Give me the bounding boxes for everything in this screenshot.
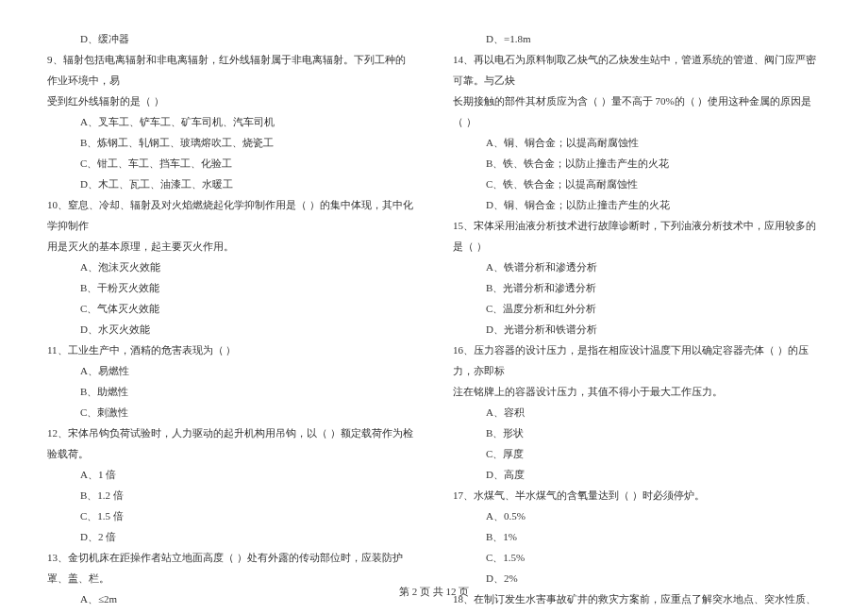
right-column: D、=1.8m14、再以电石为原料制取乙炔气的乙炔发生站中，管道系统的管道、阀门… [453,28,821,575]
answer-option: C、温度分析和红外分析 [453,298,821,319]
answer-option: D、木工、瓦工、油漆工、水暖工 [47,174,415,194]
answer-option: B、炼钢工、轧钢工、玻璃熔吹工、烧瓷工 [47,132,415,153]
answer-option: C、1.5% [453,547,821,568]
answer-option: B、<2m [47,609,415,613]
answer-option: D、光谱分析和铁谱分析 [453,319,821,340]
question-text: 12、宋体吊钩负荷试验时，人力驱动的起升机构用吊钩，以（ ）额定载荷作为检验载荷… [47,422,415,464]
answer-option: D、2 倍 [47,526,415,547]
answer-option: B、1.2 倍 [47,485,415,505]
answer-option: A、容积 [453,402,821,422]
question-continuation: 受到红外线辐射的是（ ） [47,91,415,111]
question-continuation: 长期接触的部件其材质应为含（ ）量不高于 70%的（ ）使用这种金属的原因是（ … [453,91,821,132]
answer-option: B、干粉灭火效能 [47,277,415,298]
answer-option: D、缓冲器 [47,28,415,49]
answer-option: A、0.5% [453,505,821,526]
answer-option: A、铁谱分析和渗透分析 [453,257,821,277]
answer-option: C、气体灭火效能 [47,298,415,319]
answer-option: A、叉车工、铲车工、矿车司机、汽车司机 [47,111,415,132]
answer-option: A、泡沫灭火效能 [47,257,415,277]
answer-option: C、厚度 [453,443,821,464]
answer-option: B、形状 [453,422,821,443]
answer-option: A、铜、铜合金；以提高耐腐蚀性 [453,132,821,153]
answer-option: B、1% [453,526,821,547]
answer-option: B、铁、铁合金；以防止撞击产生的火花 [453,153,821,174]
question-continuation: 用是灭火的基本原理，起主要灭火作用。 [47,236,415,257]
answer-option: B、光谱分析和渗透分析 [453,277,821,298]
left-column: D、缓冲器9、辐射包括电离辐射和非电离辐射，红外线辐射属于非电离辐射。下列工种的… [47,28,415,575]
page-footer: 第 2 页 共 12 页 [0,585,868,599]
answer-option: C、1.5 倍 [47,505,415,526]
question-text: 15、宋体采用油液分析技术进行故障诊断时，下列油液分析技术中，应用较多的是（ ） [453,215,821,257]
answer-option: D、高度 [453,464,821,485]
question-text: 17、水煤气、半水煤气的含氧量达到（ ）时必须停炉。 [453,485,821,505]
answer-option: D、铜、铜合金；以防止撞击产生的火花 [453,194,821,215]
question-text: 11、工业生产中，酒精的危害表现为（ ） [47,340,415,360]
question-continuation: 注在铭牌上的容器设计压力，其值不得小于最大工作压力。 [453,381,821,402]
answer-option: A、1 倍 [47,464,415,485]
question-text: 14、再以电石为原料制取乙炔气的乙炔发生站中，管道系统的管道、阀门应严密可靠。与… [453,49,821,91]
question-text: 16、压力容器的设计压力，是指在相应设计温度下用以确定容器壳体（ ）的压力，亦即… [453,340,821,381]
answer-option: A、易燃性 [47,360,415,381]
question-text: 9、辐射包括电离辐射和非电离辐射，红外线辐射属于非电离辐射。下列工种的作业环境中… [47,49,415,91]
answer-option: D、水灭火效能 [47,319,415,340]
answer-option: C、铁、铁合金；以提高耐腐蚀性 [453,174,821,194]
answer-option: D、=1.8m [453,28,821,49]
answer-option: C、钳工、车工、挡车工、化验工 [47,153,415,174]
question-text: 13、金切机床在距操作者站立地面高度（ ）处有外露的传动部位时，应装防护罩、盖、… [47,547,415,588]
answer-option: C、刺激性 [47,402,415,422]
question-text: 10、窒息、冷却、辐射及对火焰燃烧起化学抑制作用是（ ）的集中体现，其中化学抑制… [47,194,415,236]
answer-option: B、助燃性 [47,381,415,402]
page-content: D、缓冲器9、辐射包括电离辐射和非电离辐射，红外线辐射属于非电离辐射。下列工种的… [47,28,821,575]
